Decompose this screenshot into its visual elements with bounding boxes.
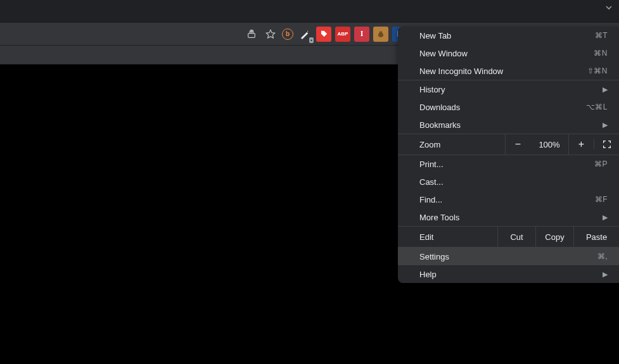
menu-label: Settings	[419, 252, 597, 261]
cut-button[interactable]: Cut	[497, 227, 535, 247]
submenu-arrow-icon: ▶	[603, 85, 608, 94]
extension-icon-b[interactable]: b	[282, 28, 293, 40]
zoom-in-button[interactable]: +	[568, 134, 594, 154]
menu-shortcut: ⌥⌘L	[586, 103, 608, 111]
svg-point-4	[380, 31, 383, 34]
zoom-value: 100%	[530, 140, 568, 149]
menu-label: Downloads	[419, 103, 586, 112]
bookmark-star-icon[interactable]	[263, 27, 278, 42]
menu-label: Find...	[419, 195, 595, 204]
menu-item-zoom: Zoom − 100% +	[398, 134, 619, 154]
title-bar	[0, 0, 619, 23]
menu-item-settings[interactable]: Settings ⌘,	[398, 248, 619, 265]
menu-item-edit: Edit Cut Copy Paste	[398, 227, 619, 247]
paste-button[interactable]: Paste	[573, 227, 619, 247]
extension-icon-abp[interactable]: ABP	[335, 27, 350, 42]
menu-label: Cast...	[419, 177, 608, 187]
menu-label: Print...	[419, 160, 594, 169]
menu-item-print[interactable]: Print... ⌘P	[398, 155, 619, 173]
submenu-arrow-icon: ▶	[603, 270, 608, 279]
menu-item-bookmarks[interactable]: Bookmarks ▶	[398, 116, 619, 134]
menu-item-help[interactable]: Help ▶	[398, 265, 619, 283]
menu-shortcut: ⌘F	[595, 195, 608, 204]
menu-item-cast[interactable]: Cast...	[398, 173, 619, 191]
menu-label: New Tab	[419, 31, 595, 41]
tab-expand-icon[interactable]	[604, 3, 614, 15]
menu-label: New Window	[419, 49, 594, 58]
menu-item-history[interactable]: History ▶	[398, 80, 619, 98]
submenu-arrow-icon: ▶	[603, 121, 608, 129]
menu-shortcut: ⌘T	[595, 31, 608, 40]
svg-marker-1	[266, 30, 274, 38]
menu-shortcut: ⌘P	[594, 160, 608, 168]
submenu-arrow-icon: ▶	[603, 213, 608, 222]
svg-point-2	[307, 30, 308, 31]
menu-label: History	[419, 85, 603, 94]
menu-item-more-tools[interactable]: More Tools ▶	[398, 208, 619, 226]
menu-item-new-incognito[interactable]: New Incognito Window ⇧⌘N	[398, 62, 619, 80]
menu-item-new-tab[interactable]: New Tab ⌘T	[398, 27, 619, 44]
zoom-label: Zoom	[419, 140, 505, 149]
menu-item-downloads[interactable]: Downloads ⌥⌘L	[398, 98, 619, 116]
edit-label: Edit	[398, 232, 497, 242]
menu-label: Bookmarks	[419, 120, 603, 130]
menu-item-new-window[interactable]: New Window ⌘N	[398, 44, 619, 62]
extension-icon-wand[interactable]: ▪	[297, 27, 312, 42]
svg-rect-0	[248, 33, 255, 37]
menu-label: New Incognito Window	[419, 66, 587, 76]
menu-label: More Tools	[419, 213, 603, 222]
share-icon[interactable]	[244, 27, 259, 42]
menu-shortcut: ⌘N	[594, 49, 608, 58]
chrome-menu: New Tab ⌘T New Window ⌘N New Incognito W…	[398, 27, 619, 283]
fullscreen-button[interactable]	[594, 139, 619, 149]
extension-icon-i[interactable]: I	[354, 27, 369, 42]
zoom-out-button[interactable]: −	[505, 134, 530, 154]
menu-shortcut: ⌘,	[597, 252, 608, 261]
extension-icon-tag[interactable]	[316, 27, 331, 42]
copy-button[interactable]: Copy	[535, 227, 573, 247]
extension-icon-animal[interactable]	[373, 27, 388, 42]
menu-label: Help	[419, 270, 603, 279]
menu-item-find[interactable]: Find... ⌘F	[398, 191, 619, 208]
menu-shortcut: ⇧⌘N	[587, 66, 608, 75]
